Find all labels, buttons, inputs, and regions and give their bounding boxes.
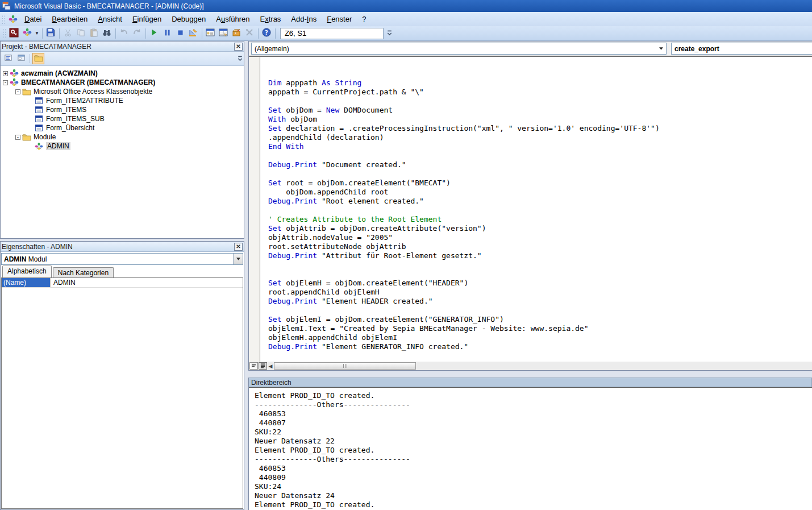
paste-button[interactable] (88, 27, 101, 40)
properties-window-button[interactable] (217, 27, 230, 40)
tree-item-label: Microsoft Office Access Klassenobjekte (34, 88, 152, 96)
tree-item-form-item2attribute[interactable]: Form_ITEM2ATTRIBUTE (1, 96, 244, 105)
immediate-line: Neuer Datensatz 24 (255, 491, 812, 500)
object-dropdown-icon[interactable] (656, 43, 666, 54)
code-line: Debug.Print "Document created." (268, 160, 812, 169)
undo-icon (119, 28, 128, 39)
toolbar-overflow-chevron[interactable] (387, 30, 392, 37)
find-button[interactable] (101, 27, 114, 40)
tree-item-admin[interactable]: ADMIN (1, 142, 244, 151)
menu-item-add-ins[interactable]: Add-Ins (286, 13, 322, 25)
view-code-button[interactable] (2, 53, 14, 64)
menu-item-ausf-hren[interactable]: Ausführen (211, 13, 255, 25)
run-button[interactable] (148, 27, 161, 40)
property-row[interactable]: (Name)ADMIN (2, 278, 243, 288)
horizontal-splitter[interactable] (248, 371, 812, 378)
toolbox-icon (245, 28, 254, 39)
code-margin-bar[interactable] (249, 57, 260, 362)
menu-item-fenster[interactable]: Fenster (322, 13, 357, 25)
help-button[interactable]: ? (260, 27, 273, 40)
menu-item-einf-gen[interactable]: Einfügen (127, 13, 166, 25)
object-browser-button[interactable] (230, 27, 243, 40)
insert-module-dropdown[interactable]: ▼ (34, 31, 40, 36)
tree-item-label: Form_ITEM2ATTRIBUTE (46, 97, 123, 105)
immediate-line: 460853 (255, 464, 812, 473)
procedure-view-button[interactable] (249, 362, 258, 370)
property-value[interactable]: ADMIN (51, 278, 78, 287)
form-icon (35, 105, 44, 114)
view-microsoft-access-button[interactable] (7, 27, 20, 40)
immediate-window: Direktbereich Element PROD_ID_TO created… (248, 378, 812, 510)
property-key[interactable]: (Name) (2, 278, 51, 287)
procedure-dropdown-value: create_export (674, 45, 719, 53)
hscroll-left-arrow[interactable]: ◀ (267, 363, 274, 369)
procedure-dropdown[interactable]: create_export (671, 43, 812, 55)
object-dropdown-value: (Allgemein) (255, 45, 289, 53)
toolbar-grip[interactable] (3, 28, 6, 39)
copy-button[interactable] (74, 27, 88, 40)
project-explorer-button[interactable] (204, 27, 217, 40)
menu-item-bearbeiten[interactable]: Bearbeiten (47, 13, 93, 25)
collapse-icon[interactable]: - (3, 80, 8, 85)
project-panel-title: Projekt - BMECATMANAGER (2, 43, 91, 51)
hscroll-thumb[interactable] (274, 362, 416, 370)
tree-item-microsoft-office-access-klassenobjekte[interactable]: -Microsoft Office Access Klassenobjekte (1, 87, 244, 96)
cut-icon (64, 28, 72, 39)
collapse-icon[interactable]: - (15, 135, 20, 140)
redo-button[interactable] (131, 27, 144, 40)
tree-item-label: Module (34, 133, 56, 141)
reset-button[interactable] (174, 27, 187, 40)
properties-panel: Eigenschaften - ADMIN ✕ ADMIN Modul Alph… (0, 241, 244, 510)
undo-button[interactable] (118, 27, 131, 40)
tree-item-label: BMECATMANAGER (BMECATMANAGER) (21, 78, 155, 86)
design-mode-icon (189, 28, 198, 39)
save-button[interactable] (44, 27, 57, 40)
menu-item-ansicht[interactable]: Ansicht (93, 13, 127, 25)
object-dropdown[interactable]: (Allgemein) (251, 43, 667, 55)
code-content[interactable]: Dim apppath As Stringapppath = CurrentPr… (260, 57, 812, 362)
project-panel-close-icon[interactable]: ✕ (234, 43, 243, 51)
tab-nach-kategorien[interactable]: Nach Kategorien (53, 267, 114, 277)
properties-object-selector[interactable]: ADMIN Modul (1, 253, 243, 265)
full-module-view-button[interactable] (259, 362, 267, 370)
tree-item-form-bersicht[interactable]: Form_Übersicht (1, 123, 244, 132)
code-view[interactable]: Dim apppath As Stringapppath = CurrentPr… (249, 57, 812, 362)
menu-item-debuggen[interactable]: Debuggen (166, 13, 211, 25)
menu-item-extras[interactable]: Extras (255, 13, 286, 25)
menu-item-help[interactable]: ? (357, 13, 371, 25)
project-toolbar-overflow-chevron[interactable] (238, 55, 243, 63)
selector-dropdown-icon[interactable] (233, 254, 243, 264)
tab-alphabetisch[interactable]: Alphabetisch (2, 266, 52, 277)
code-line: objElemI.Text = "Created by Sepia BMEcat… (268, 324, 812, 333)
tree-item-module[interactable]: -Module (1, 132, 244, 142)
cursor-position-indicator: Z6, S1 (280, 28, 384, 39)
vba-ide-window: { "window": { "title": "Microsoft Visual… (0, 0, 812, 510)
design-mode-button[interactable] (187, 27, 200, 40)
break-icon (164, 29, 171, 38)
tree-item-form-items[interactable]: Form_ITEMS (1, 105, 244, 114)
toolbox-button[interactable] (243, 27, 256, 40)
expand-icon[interactable]: + (3, 71, 8, 76)
properties-grid: (Name)ADMIN (1, 277, 243, 509)
properties-panel-close-icon[interactable]: ✕ (234, 243, 243, 251)
collapse-icon[interactable]: - (15, 89, 20, 94)
project-icon (10, 78, 19, 87)
immediate-content[interactable]: Element PROD_ID_TO created.-------------… (249, 387, 812, 510)
vertical-splitter[interactable] (244, 41, 248, 510)
selected-object-name: ADMIN (4, 255, 26, 263)
toggle-folders-button[interactable] (32, 53, 44, 64)
right-column: (Allgemein) create_export Dim apppath As… (248, 41, 812, 510)
menu-item-datei[interactable]: Datei (19, 13, 47, 25)
view-object-button[interactable] (15, 53, 27, 64)
editor-dropdown-row: (Allgemein) create_export (249, 42, 812, 57)
break-button[interactable] (161, 27, 174, 40)
insert-module-button[interactable] (20, 27, 34, 40)
tree-item-acwzmain-acwzmain[interactable]: +acwzmain (ACWZMAIN) (1, 69, 244, 78)
immediate-title: Direktbereich (251, 379, 292, 387)
cut-button[interactable] (61, 27, 74, 40)
tree-item-bmecatmanager-bmecatmanager[interactable]: -BMECATMANAGER (BMECATMANAGER) (1, 78, 244, 87)
menu-grip[interactable] (2, 14, 5, 24)
project-explorer-panel: Projekt - BMECATMANAGER ✕ +acwzmain (ACW… (0, 41, 244, 239)
tree-item-form-items-sub[interactable]: Form_ITEMS_SUB (1, 114, 244, 123)
code-line: Debug.Print "Root element created." (268, 197, 812, 206)
